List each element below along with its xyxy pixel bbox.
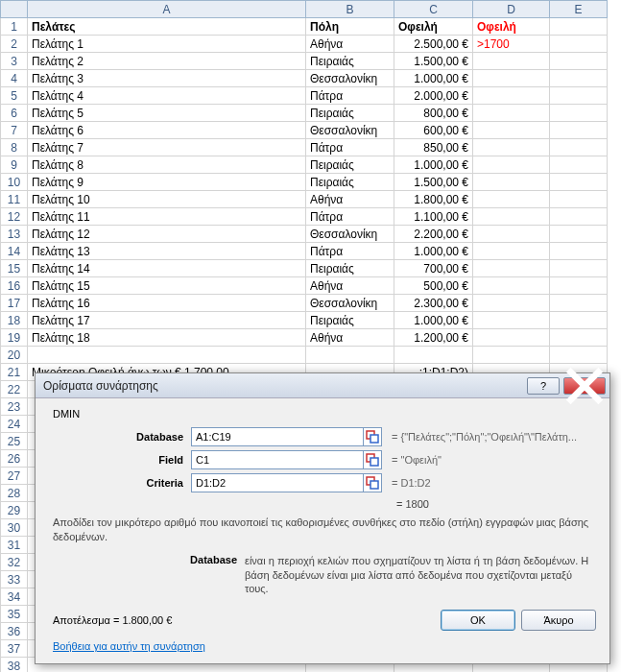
- table-row[interactable]: 7Πελάτης 6Θεσσαλονίκη600,00 €: [1, 122, 608, 139]
- cell-E8[interactable]: [550, 139, 608, 156]
- row-header[interactable]: 37: [1, 640, 28, 658]
- row-header[interactable]: 4: [1, 70, 28, 87]
- cell-D8[interactable]: [473, 139, 550, 156]
- row-header[interactable]: 17: [1, 295, 28, 312]
- cell-C9[interactable]: 1.000,00 €: [394, 156, 473, 174]
- cell-B6[interactable]: Πειραιάς: [306, 105, 394, 122]
- cell-A9[interactable]: Πελάτης 8: [28, 156, 306, 174]
- row-header[interactable]: 12: [1, 208, 28, 226]
- cell-D14[interactable]: [473, 243, 550, 260]
- cell-D19[interactable]: [473, 329, 550, 347]
- col-header-D[interactable]: D: [473, 1, 550, 18]
- cell-E15[interactable]: [550, 260, 608, 277]
- cell-B19[interactable]: Αθήνα: [306, 329, 394, 347]
- row-header[interactable]: 5: [1, 87, 28, 105]
- cell-B10[interactable]: Πειραιάς: [306, 174, 394, 191]
- cell-C1[interactable]: Οφειλή: [394, 18, 473, 36]
- table-row[interactable]: 6Πελάτης 5Πειραιάς800,00 €: [1, 105, 608, 122]
- row-header[interactable]: 1: [1, 18, 28, 36]
- cell-C17[interactable]: 2.300,00 €: [394, 295, 473, 312]
- table-row[interactable]: 8Πελάτης 7Πάτρα850,00 €: [1, 139, 608, 156]
- close-button[interactable]: [563, 377, 606, 395]
- table-row[interactable]: 20: [1, 347, 608, 364]
- cell-D11[interactable]: [473, 191, 550, 208]
- cell-B16[interactable]: Αθήνα: [306, 277, 394, 295]
- cell-C15[interactable]: 700,00 €: [394, 260, 473, 277]
- cell-D6[interactable]: [473, 105, 550, 122]
- row-header[interactable]: 34: [1, 588, 28, 606]
- row-header[interactable]: 38: [1, 658, 28, 673]
- table-row[interactable]: 1ΠελάτεςΠόληΟφειλήΟφειλή: [1, 18, 608, 36]
- cell-B18[interactable]: Πειραιάς: [306, 312, 394, 329]
- cell-B12[interactable]: Πάτρα: [306, 208, 394, 226]
- table-row[interactable]: 2Πελάτης 1Αθήνα2.500,00 €>1700: [1, 36, 608, 53]
- cell-E2[interactable]: [550, 36, 608, 53]
- cell-E4[interactable]: [550, 70, 608, 87]
- cell-B3[interactable]: Πειραιάς: [306, 53, 394, 70]
- table-row[interactable]: 17Πελάτης 16Θεσσαλονίκη2.300,00 €: [1, 295, 608, 312]
- row-header[interactable]: 9: [1, 156, 28, 174]
- cell-A20[interactable]: [28, 347, 306, 364]
- table-row[interactable]: 10Πελάτης 9Πειραιάς1.500,00 €: [1, 174, 608, 191]
- cell-C8[interactable]: 850,00 €: [394, 139, 473, 156]
- row-header[interactable]: 30: [1, 519, 28, 537]
- help-button[interactable]: ?: [527, 377, 560, 395]
- col-header-B[interactable]: B: [306, 1, 394, 18]
- row-header[interactable]: 33: [1, 571, 28, 588]
- arg-input-database[interactable]: [191, 427, 364, 446]
- cell-D2[interactable]: >1700: [473, 36, 550, 53]
- cell-E13[interactable]: [550, 226, 608, 243]
- row-header[interactable]: 3: [1, 53, 28, 70]
- cell-E10[interactable]: [550, 174, 608, 191]
- cell-A4[interactable]: Πελάτης 3: [28, 70, 306, 87]
- row-header[interactable]: 8: [1, 139, 28, 156]
- row-header[interactable]: 13: [1, 226, 28, 243]
- table-row[interactable]: 18Πελάτης 17Πειραιάς1.000,00 €: [1, 312, 608, 329]
- cell-E5[interactable]: [550, 87, 608, 105]
- cell-A3[interactable]: Πελάτης 2: [28, 53, 306, 70]
- row-header[interactable]: 31: [1, 537, 28, 554]
- cell-D3[interactable]: [473, 53, 550, 70]
- cell-C7[interactable]: 600,00 €: [394, 122, 473, 139]
- cell-B20[interactable]: [306, 347, 394, 364]
- arg-input-criteria[interactable]: [191, 473, 364, 492]
- cell-A18[interactable]: Πελάτης 17: [28, 312, 306, 329]
- row-header[interactable]: 25: [1, 433, 28, 450]
- cell-C20[interactable]: [394, 347, 473, 364]
- row-header[interactable]: 36: [1, 623, 28, 640]
- cell-C14[interactable]: 1.000,00 €: [394, 243, 473, 260]
- cell-A14[interactable]: Πελάτης 13: [28, 243, 306, 260]
- cell-E7[interactable]: [550, 122, 608, 139]
- cell-D7[interactable]: [473, 122, 550, 139]
- cell-B7[interactable]: Θεσσαλονίκη: [306, 122, 394, 139]
- row-header[interactable]: 16: [1, 277, 28, 295]
- cell-C6[interactable]: 800,00 €: [394, 105, 473, 122]
- cell-E18[interactable]: [550, 312, 608, 329]
- cell-A19[interactable]: Πελάτης 18: [28, 329, 306, 347]
- arg-input-field[interactable]: [191, 450, 364, 469]
- cell-D10[interactable]: [473, 174, 550, 191]
- row-header[interactable]: 29: [1, 502, 28, 519]
- cell-C16[interactable]: 500,00 €: [394, 277, 473, 295]
- cell-B13[interactable]: Θεσσαλονίκη: [306, 226, 394, 243]
- cell-B14[interactable]: Πάτρα: [306, 243, 394, 260]
- row-header[interactable]: 2: [1, 36, 28, 53]
- cell-E9[interactable]: [550, 156, 608, 174]
- table-row[interactable]: 12Πελάτης 11Πάτρα1.100,00 €: [1, 208, 608, 226]
- cell-D16[interactable]: [473, 277, 550, 295]
- row-header[interactable]: 28: [1, 485, 28, 502]
- col-header-C[interactable]: C: [394, 1, 473, 18]
- row-header[interactable]: 14: [1, 243, 28, 260]
- row-header[interactable]: 24: [1, 416, 28, 433]
- row-header[interactable]: 27: [1, 468, 28, 485]
- cell-C5[interactable]: 2.000,00 €: [394, 87, 473, 105]
- table-row[interactable]: 5Πελάτης 4Πάτρα2.000,00 €: [1, 87, 608, 105]
- cell-A10[interactable]: Πελάτης 9: [28, 174, 306, 191]
- cell-B5[interactable]: Πάτρα: [306, 87, 394, 105]
- cell-E20[interactable]: [550, 347, 608, 364]
- cell-D15[interactable]: [473, 260, 550, 277]
- cell-D18[interactable]: [473, 312, 550, 329]
- row-header[interactable]: 7: [1, 122, 28, 139]
- row-header[interactable]: 32: [1, 554, 28, 571]
- cell-C11[interactable]: 1.800,00 €: [394, 191, 473, 208]
